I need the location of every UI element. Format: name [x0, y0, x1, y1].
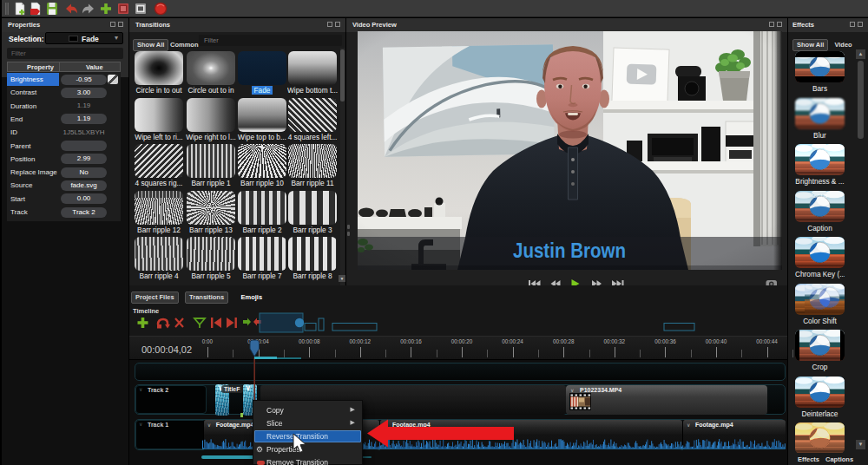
svg-text:ABC 123: ABC 123: [812, 194, 828, 199]
